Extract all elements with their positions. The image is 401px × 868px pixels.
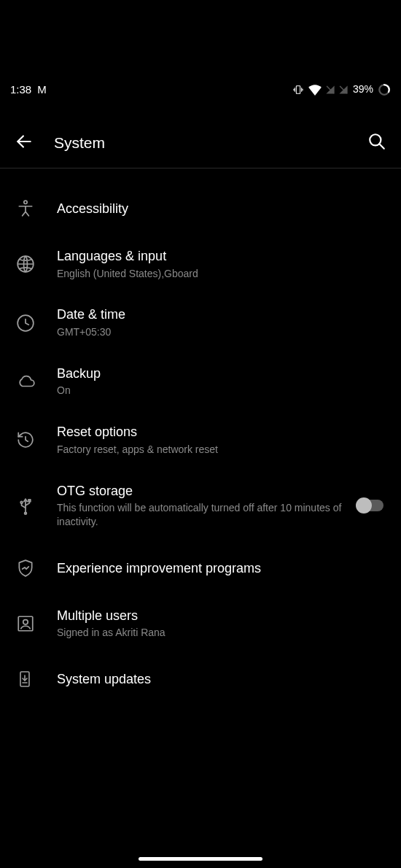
- item-otg-storage[interactable]: OTG storage This function will be automa…: [0, 470, 401, 542]
- settings-list: Accessibility Languages & input English …: [0, 182, 401, 705]
- item-title: Experience improvement programs: [57, 560, 385, 577]
- status-clock: 1:38: [10, 83, 31, 96]
- item-languages[interactable]: Languages & input English (United States…: [0, 235, 401, 293]
- svg-line-6: [379, 144, 384, 149]
- item-title: Accessibility: [57, 201, 385, 217]
- sim2-icon: [338, 82, 349, 96]
- item-title: Languages & input: [57, 248, 385, 265]
- item-experience-programs[interactable]: Experience improvement programs: [0, 542, 401, 594]
- page-title: System: [54, 134, 105, 152]
- item-title: Date & time: [57, 306, 385, 323]
- item-reset[interactable]: Reset options Factory reset, apps & netw…: [0, 411, 401, 469]
- shield-icon: [16, 559, 57, 578]
- item-subtitle: Signed in as Akriti Rana: [57, 626, 385, 640]
- item-system-updates[interactable]: System updates: [0, 653, 401, 705]
- status-right: 39%: [292, 82, 391, 96]
- otg-toggle[interactable]: [356, 497, 385, 514]
- sim1-icon: [325, 82, 335, 96]
- wifi-icon: [308, 82, 322, 96]
- svg-point-10: [20, 501, 23, 503]
- item-multiple-users[interactable]: Multiple users Signed in as Akriti Rana: [0, 594, 401, 653]
- home-indicator[interactable]: [139, 857, 262, 861]
- item-date-time[interactable]: Date & time GMT+05:30: [0, 293, 401, 352]
- item-subtitle: This function will be automatically turn…: [57, 501, 346, 529]
- item-title: Multiple users: [57, 608, 385, 624]
- status-bar: 1:38 M 39%: [0, 80, 401, 98]
- history-icon: [16, 430, 57, 449]
- search-icon[interactable]: [367, 132, 386, 154]
- item-subtitle: Factory reset, apps & network reset: [57, 443, 385, 457]
- item-title: Backup: [57, 365, 385, 382]
- svg-point-14: [23, 620, 28, 625]
- globe-icon: [16, 255, 57, 274]
- item-subtitle: English (United States),Gboard: [57, 267, 385, 281]
- app-bar-divider: [0, 168, 401, 168]
- app-bar: System: [0, 123, 401, 163]
- item-backup[interactable]: Backup On: [0, 352, 401, 411]
- cloud-icon: [16, 372, 57, 391]
- battery-ring-icon: [378, 82, 391, 96]
- battery-percent: 39%: [353, 83, 373, 95]
- vibrate-icon: [292, 82, 305, 96]
- svg-rect-0: [296, 86, 300, 94]
- update-icon: [16, 669, 57, 689]
- gmail-icon: M: [37, 83, 46, 96]
- clock-icon: [16, 314, 57, 333]
- svg-point-7: [24, 201, 27, 204]
- item-title: Reset options: [57, 424, 385, 441]
- back-icon[interactable]: [15, 132, 34, 154]
- item-title: OTG storage: [57, 483, 346, 500]
- accessibility-icon: [16, 199, 57, 218]
- usb-icon: [16, 495, 57, 516]
- item-title: System updates: [57, 671, 385, 688]
- status-left: 1:38 M: [10, 83, 46, 96]
- item-accessibility[interactable]: Accessibility: [0, 182, 401, 235]
- item-subtitle: GMT+05:30: [57, 325, 385, 339]
- item-subtitle: On: [57, 384, 385, 398]
- users-icon: [16, 614, 57, 633]
